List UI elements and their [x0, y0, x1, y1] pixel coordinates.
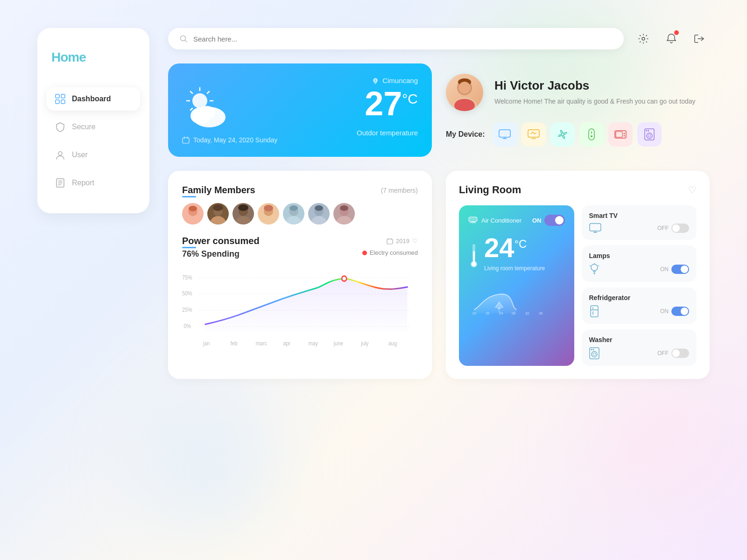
ac-header: Air Conditioner ON	[468, 215, 565, 226]
svg-text:36: 36	[539, 311, 543, 315]
lamp-icon	[589, 263, 599, 275]
member-avatar-2	[207, 203, 229, 224]
svg-point-65	[264, 205, 273, 211]
svg-point-44	[591, 135, 592, 137]
my-device-label: My Device:	[446, 130, 485, 139]
search-icon	[179, 35, 188, 43]
svg-rect-112	[590, 224, 601, 231]
ac-toggle: ON	[532, 215, 565, 226]
lr-header: Living Room ♡	[459, 184, 697, 196]
ac-graph: 16 20 24 28 32 36	[468, 286, 565, 318]
svg-line-22	[207, 91, 209, 93]
svg-text:50%: 50%	[182, 290, 192, 296]
washer-icon	[589, 347, 599, 359]
svg-rect-4	[61, 100, 65, 104]
svg-text:apr: apr	[283, 340, 290, 346]
svg-rect-1	[56, 94, 59, 98]
ac-temperature: 24°C	[484, 234, 545, 261]
svg-point-69	[310, 216, 327, 224]
weather-date: Today, May 24, 2020 Sunday	[182, 136, 277, 144]
device-washer[interactable]	[637, 122, 662, 147]
device-microwave[interactable]	[608, 122, 633, 147]
device-tv[interactable]	[493, 122, 517, 147]
power-chart: 75% 50% 25% 0% jan feb marc apr may june…	[182, 268, 418, 352]
member-avatar-4	[258, 203, 279, 224]
user-icon	[55, 150, 65, 160]
device-remote[interactable]	[579, 122, 604, 147]
living-room-card: Living Room ♡	[446, 171, 710, 379]
sidebar-secure-label: Secure	[72, 123, 96, 131]
power-title: Power consumed	[182, 236, 260, 246]
logout-button[interactable]	[689, 28, 710, 49]
fridge-icon	[589, 305, 599, 317]
tv-toggle[interactable]	[671, 224, 689, 233]
sidebar-item-secure[interactable]: Secure	[47, 115, 140, 139]
top-section: Cimuncang	[168, 63, 710, 157]
member-avatar-6	[308, 203, 330, 224]
svg-text:aug: aug	[388, 340, 397, 346]
sidebar-item-dashboard[interactable]: Dashboard	[47, 87, 140, 111]
svg-point-52	[646, 130, 647, 132]
weather-card: Cimuncang	[168, 63, 432, 157]
fridge-toggle[interactable]	[671, 307, 689, 316]
search-input[interactable]	[193, 35, 613, 43]
svg-text:25%: 25%	[182, 307, 192, 313]
shield-icon	[55, 122, 65, 132]
svg-point-5	[58, 152, 62, 155]
power-year: 2019 ♡	[387, 238, 418, 245]
svg-text:Home: Home	[51, 50, 86, 64]
svg-point-56	[189, 206, 197, 211]
svg-text:0%: 0%	[184, 323, 191, 329]
power-header: Power consumed 2019 ♡	[182, 236, 418, 246]
avatar	[446, 74, 483, 111]
svg-point-103	[472, 262, 476, 266]
washer-toggle[interactable]	[671, 349, 689, 358]
svg-text:may: may	[309, 340, 318, 346]
svg-text:32: 32	[525, 311, 529, 315]
greeting-top: Hi Victor Jacobs Welcome Home! The air q…	[446, 74, 710, 111]
svg-point-59	[213, 204, 223, 211]
greeting-text: Hi Victor Jacobs Welcome Home! The air q…	[494, 78, 696, 106]
svg-point-54	[184, 216, 201, 224]
svg-rect-102	[473, 251, 475, 263]
ac-power-toggle[interactable]	[544, 215, 565, 226]
svg-rect-2	[61, 94, 65, 98]
weather-location: Cimuncang	[372, 77, 418, 84]
lamps-toggle[interactable]	[671, 265, 689, 274]
svg-point-68	[289, 205, 298, 211]
settings-button[interactable]	[633, 28, 654, 49]
app-logo: Home	[47, 47, 140, 69]
svg-text:jan: jan	[203, 340, 210, 346]
sidebar-item-report[interactable]: Report	[47, 171, 140, 195]
device-row-washer: Washer off	[582, 329, 697, 366]
svg-point-60	[235, 216, 252, 224]
device-monitor[interactable]	[521, 122, 546, 147]
legend-dot	[362, 251, 367, 255]
device-icons	[493, 122, 662, 147]
greeting-message: Welcome Home! The air quality is good & …	[494, 97, 696, 106]
bottom-section: Family Members (7 members)	[168, 171, 710, 379]
svg-line-23	[190, 108, 192, 110]
svg-point-95	[343, 277, 346, 280]
notification-button[interactable]	[661, 28, 682, 49]
content-area: Cimuncang	[168, 28, 710, 532]
member-avatar-3	[233, 203, 254, 224]
lr-title: Living Room	[459, 184, 521, 196]
svg-rect-75	[387, 239, 393, 244]
chart-container: 75% 50% 25% 0% jan feb marc apr may june…	[182, 268, 418, 352]
svg-rect-27	[183, 138, 189, 143]
svg-point-128	[593, 353, 596, 356]
svg-rect-3	[56, 100, 59, 104]
chart-legend: Electry consumed	[362, 249, 418, 256]
svg-point-15	[192, 93, 207, 108]
device-fan[interactable]	[550, 122, 575, 147]
weather-icon	[181, 87, 237, 137]
sidebar-item-user[interactable]: User	[47, 143, 140, 167]
weather-description: Outdor temperature	[357, 129, 418, 137]
favorite-icon[interactable]: ♡	[688, 184, 697, 196]
greeting-section: Hi Victor Jacobs Welcome Home! The air q…	[446, 63, 710, 157]
device-row-fridge: Refridgerator on	[582, 287, 697, 324]
svg-line-11	[185, 41, 187, 42]
svg-line-20	[190, 91, 192, 93]
topbar	[168, 28, 710, 49]
